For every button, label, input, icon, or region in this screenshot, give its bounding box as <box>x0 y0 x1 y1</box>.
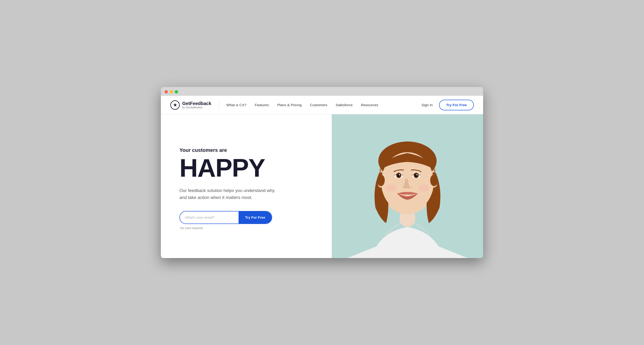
email-submit-button[interactable]: Try For Free <box>238 212 272 224</box>
no-card-text: No card required <box>180 226 318 230</box>
traffic-lights <box>164 90 178 94</box>
sign-in-link[interactable]: Sign In <box>422 103 432 107</box>
logo-brand: GetFeedback <box>182 101 212 106</box>
minimize-button-icon[interactable] <box>170 90 173 94</box>
nav-link-resources[interactable]: Resources <box>361 103 378 107</box>
svg-point-18 <box>394 184 394 184</box>
logo-area[interactable]: ★ GetFeedback by SurveyMonkey <box>170 100 212 110</box>
browser-window: ★ GetFeedback by SurveyMonkey What is CX… <box>161 87 483 258</box>
logo-sub: by SurveyMonkey <box>182 106 212 109</box>
svg-point-15 <box>416 174 418 175</box>
svg-point-11 <box>399 174 400 175</box>
nav-link-customers[interactable]: Customers <box>310 103 327 107</box>
svg-text:★: ★ <box>173 103 177 107</box>
hero-subtitle: Your customers are <box>180 147 318 153</box>
logo-icon: ★ <box>170 100 180 110</box>
nav-link-salesforce[interactable]: Salesforce <box>336 103 352 107</box>
nav-divider <box>219 100 219 110</box>
hero-right <box>332 114 483 258</box>
fullscreen-button-icon[interactable] <box>175 90 178 94</box>
nav-link-what-is-cx[interactable]: What is CX? <box>226 103 246 107</box>
email-input[interactable] <box>180 216 238 219</box>
hero-description: Our feedback solution helps you understa… <box>180 187 277 201</box>
browser-content: ★ GetFeedback by SurveyMonkey What is CX… <box>161 96 483 258</box>
nav-link-features[interactable]: Features <box>255 103 269 107</box>
svg-point-20 <box>419 184 419 184</box>
svg-point-19 <box>396 186 396 187</box>
hero-left: Your customers are HAPPY Our feedback so… <box>161 114 332 258</box>
logo-text-block: GetFeedback by SurveyMonkey <box>182 101 212 109</box>
nav-links: What is CX? Features Plans & Pricing Cus… <box>226 103 422 107</box>
hero-section: Your customers are HAPPY Our feedback so… <box>161 114 483 258</box>
nav-link-plans-pricing[interactable]: Plans & Pricing <box>277 103 302 107</box>
svg-point-24 <box>377 174 385 186</box>
svg-point-21 <box>417 186 418 187</box>
try-for-free-button-nav[interactable]: Try For Free <box>439 100 474 110</box>
navbar: ★ GetFeedback by SurveyMonkey What is CX… <box>161 96 483 114</box>
hero-title: HAPPY <box>180 155 318 180</box>
svg-point-25 <box>430 174 438 186</box>
email-form: Try For Free <box>180 211 272 224</box>
svg-point-17 <box>418 184 429 192</box>
close-button-icon[interactable] <box>164 90 168 94</box>
hero-illustration <box>332 114 483 258</box>
browser-chrome <box>161 87 483 96</box>
nav-right: Sign In Try For Free <box>422 100 474 110</box>
svg-point-16 <box>386 184 396 192</box>
